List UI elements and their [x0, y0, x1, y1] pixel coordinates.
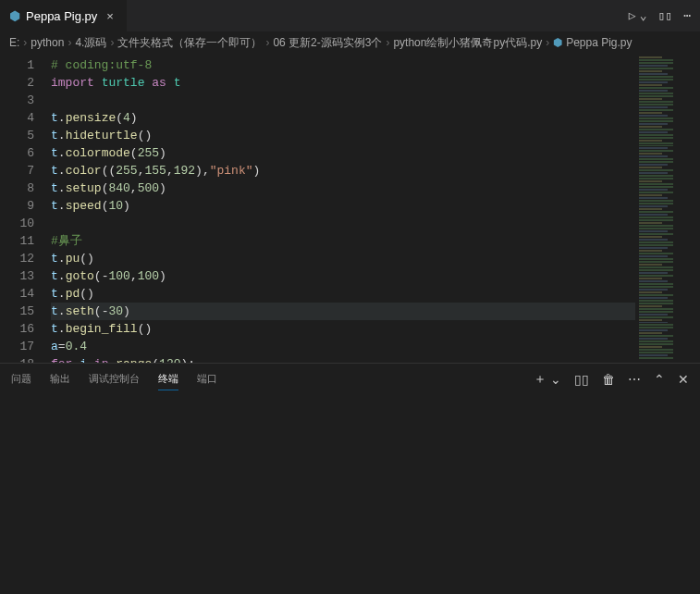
breadcrumb-part[interactable]: E:	[9, 36, 19, 49]
line-number: 13	[0, 267, 51, 285]
panel-maximize-icon[interactable]: ⌃	[654, 372, 665, 387]
new-terminal-icon[interactable]: ＋	[534, 371, 546, 388]
line-number: 6	[0, 144, 51, 162]
line-number: 2	[0, 74, 51, 92]
chevron-right-icon: ›	[110, 36, 114, 49]
panel-tab-0[interactable]: 问题	[11, 368, 31, 390]
breadcrumb-tail[interactable]: Peppa Pig.py	[566, 36, 632, 49]
line-number: 18	[0, 355, 51, 363]
line-number: 11	[0, 232, 51, 250]
panel-tab-3[interactable]: 终端	[158, 368, 178, 390]
code-line[interactable]: a=0.4	[51, 338, 635, 355]
chevron-right-icon: ›	[23, 36, 27, 49]
python-file-icon: ⬢	[9, 8, 20, 23]
code-line[interactable]	[51, 92, 635, 109]
line-number-gutter: 123456789101112131415161718	[0, 53, 51, 363]
code-line[interactable]: t.seth(-30)	[51, 303, 635, 320]
panel-actions: ＋ ⌄ ▯▯ 🗑 ⋯ ⌃ ✕	[534, 371, 689, 388]
code-line[interactable]: t.begin_fill()	[51, 320, 635, 338]
code-line[interactable]: t.speed(10)	[51, 197, 635, 215]
tab-actions: ▷ ⌄ ▯▯ ⋯	[629, 0, 700, 31]
run-button[interactable]: ▷	[629, 8, 636, 23]
code-line[interactable]: t.hideturtle()	[51, 127, 635, 144]
bottom-panel: 问题输出调试控制台终端端口 ＋ ⌄ ▯▯ 🗑 ⋯ ⌃ ✕	[0, 363, 700, 594]
line-number: 14	[0, 285, 51, 303]
line-number: 9	[0, 197, 51, 215]
code-line[interactable]: t.pu()	[51, 250, 635, 267]
code-line[interactable]: t.goto(-100,100)	[51, 267, 635, 285]
minimap[interactable]	[635, 53, 700, 363]
close-tab-icon[interactable]: ×	[103, 7, 117, 25]
breadcrumb-part[interactable]: 4.源码	[75, 35, 106, 51]
panel-tab-4[interactable]: 端口	[197, 368, 217, 390]
code-line[interactable]: for i in range(120):	[51, 355, 635, 363]
panel-tabs: 问题输出调试控制台终端端口 ＋ ⌄ ▯▯ 🗑 ⋯ ⌃ ✕	[0, 364, 700, 394]
line-number: 15	[0, 303, 51, 320]
line-number: 1	[0, 56, 51, 74]
code-line[interactable]: # coding:utf-8	[51, 56, 635, 74]
chevron-right-icon: ›	[265, 36, 269, 49]
code-line[interactable]: t.pensize(4)	[51, 109, 635, 127]
split-terminal-icon[interactable]: ▯▯	[574, 372, 589, 387]
split-editor-icon[interactable]: ▯▯	[658, 8, 673, 23]
more-actions-icon[interactable]: ⋯	[683, 8, 691, 23]
line-number: 12	[0, 250, 51, 267]
panel-more-icon[interactable]: ⋯	[628, 372, 641, 387]
line-number: 7	[0, 162, 51, 179]
panel-tab-2[interactable]: 调试控制台	[89, 368, 140, 390]
terminal-body[interactable]	[0, 394, 700, 594]
code-line[interactable]: #鼻子	[51, 232, 635, 250]
code-line[interactable]: t.pd()	[51, 285, 635, 303]
breadcrumb-part[interactable]: python	[31, 36, 64, 49]
line-number: 10	[0, 215, 51, 232]
editor[interactable]: 123456789101112131415161718 # coding:utf…	[0, 53, 700, 363]
code-area[interactable]: # coding:utf-8import turtle as tt.pensiz…	[51, 53, 635, 363]
breadcrumb-part[interactable]: 文件夹格式（保存一个即可）	[117, 35, 262, 51]
line-number: 17	[0, 338, 51, 355]
breadcrumb-part[interactable]: 06 更新2-源码实例3个	[273, 35, 382, 51]
run-chevron-icon[interactable]: ⌄	[640, 8, 647, 23]
tab-label: Peppa Pig.py	[26, 9, 97, 23]
line-number: 5	[0, 127, 51, 144]
code-line[interactable]: t.colormode(255)	[51, 144, 635, 162]
code-line[interactable]: import turtle as t	[51, 74, 635, 92]
line-number: 8	[0, 179, 51, 197]
breadcrumb[interactable]: E:›python›4.源码›文件夹格式（保存一个即可）›06 更新2-源码实例…	[0, 32, 700, 53]
trash-terminal-icon[interactable]: 🗑	[602, 372, 615, 387]
panel-tab-1[interactable]: 输出	[50, 368, 70, 390]
line-number: 3	[0, 92, 51, 109]
tab-bar: ⬢ Peppa Pig.py × ▷ ⌄ ▯▯ ⋯	[0, 0, 700, 32]
chevron-right-icon: ›	[546, 36, 549, 49]
python-file-icon: ⬢	[553, 36, 562, 49]
chevron-right-icon: ›	[386, 36, 389, 49]
code-line[interactable]: t.color((255,155,192),"pink")	[51, 162, 635, 179]
editor-tab[interactable]: ⬢ Peppa Pig.py ×	[0, 0, 127, 31]
line-number: 16	[0, 320, 51, 338]
chevron-right-icon: ›	[68, 36, 71, 49]
line-number: 4	[0, 109, 51, 127]
breadcrumb-part[interactable]: python绘制小猪佩奇py代码.py	[393, 35, 542, 51]
code-line[interactable]	[51, 215, 635, 232]
new-terminal-chevron-icon[interactable]: ⌄	[550, 372, 561, 387]
code-line[interactable]: t.setup(840,500)	[51, 179, 635, 197]
panel-close-icon[interactable]: ✕	[678, 372, 689, 387]
